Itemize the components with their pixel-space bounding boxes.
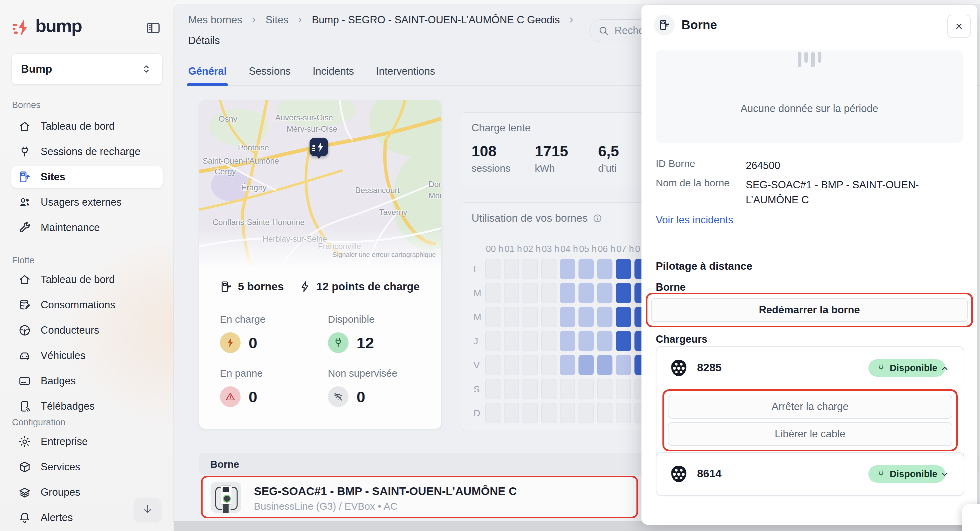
heatmap-cell[interactable] bbox=[597, 379, 612, 399]
heatmap-hour-label: 06 h bbox=[598, 244, 616, 254]
sidebar-item-label: Tableau de bord bbox=[41, 120, 115, 132]
heatmap-cell[interactable] bbox=[522, 355, 538, 375]
breadcrumb-item[interactable]: Sites bbox=[266, 14, 289, 26]
heatmap-cell[interactable] bbox=[485, 283, 501, 303]
heatmap-cell[interactable] bbox=[541, 307, 557, 327]
heatmap-cell[interactable] bbox=[522, 403, 538, 423]
status-non-supervis-e: Non supervisée0 bbox=[328, 368, 428, 407]
heatmap-cell[interactable] bbox=[541, 379, 557, 399]
heatmap-cell[interactable] bbox=[616, 283, 631, 303]
sidebar-item-sessions-de-recharge[interactable]: Sessions de recharge bbox=[11, 141, 162, 163]
sidebar-item-v-hicules[interactable]: Véhicules bbox=[11, 344, 162, 367]
heatmap-cell[interactable] bbox=[504, 403, 519, 423]
heatmap-cell[interactable] bbox=[616, 355, 631, 375]
heatmap-cell[interactable] bbox=[541, 331, 557, 351]
heatmap-cell[interactable] bbox=[560, 283, 575, 303]
heatmap-cell[interactable] bbox=[597, 307, 612, 327]
heatmap-cell[interactable] bbox=[616, 307, 631, 327]
sidebar-item-conducteurs[interactable]: Conducteurs bbox=[11, 319, 162, 341]
heatmap-cell[interactable] bbox=[616, 331, 631, 351]
heatmap-cell[interactable] bbox=[597, 259, 612, 279]
heatmap-cell[interactable] bbox=[522, 379, 538, 399]
heatmap-cell[interactable] bbox=[485, 355, 501, 375]
heatmap-cell[interactable] bbox=[522, 307, 538, 327]
map-attribution[interactable]: Signaler une erreur cartographique bbox=[332, 251, 436, 259]
info-icon[interactable] bbox=[592, 213, 603, 223]
tab-sessions[interactable]: Sessions bbox=[247, 65, 292, 85]
workspace-selector[interactable]: Bump bbox=[11, 53, 162, 85]
sidebar-item-tableau-de-bord[interactable]: Tableau de bord bbox=[11, 269, 162, 291]
chevron-up-icon[interactable] bbox=[939, 363, 950, 374]
heatmap-cell[interactable] bbox=[597, 283, 612, 303]
heatmap-cell[interactable] bbox=[504, 283, 519, 303]
charger-action-arr-ter-la-charge[interactable]: Arrêter la charge bbox=[668, 395, 952, 419]
breadcrumb-item[interactable]: Mes bornes bbox=[188, 14, 242, 26]
heatmap-cell[interactable] bbox=[541, 283, 557, 303]
heatmap-cell[interactable] bbox=[579, 283, 594, 303]
tab-général[interactable]: Général bbox=[187, 65, 228, 85]
heatmap-cell[interactable] bbox=[597, 355, 612, 375]
heatmap-cell[interactable] bbox=[522, 331, 538, 351]
sidebar-item-usagers-externes[interactable]: Usagers externes bbox=[11, 191, 162, 213]
heatmap-cell[interactable] bbox=[579, 403, 594, 423]
heatmap-cell[interactable] bbox=[504, 331, 519, 351]
floating-corner-widget[interactable] bbox=[962, 504, 980, 531]
heatmap-cell[interactable] bbox=[504, 259, 519, 279]
heatmap-cell[interactable] bbox=[560, 307, 575, 327]
sidebar-item-badges[interactable]: Badges bbox=[11, 370, 162, 392]
map-town-label: Saint-Ouen-l’Aumône bbox=[203, 156, 279, 166]
charger-action-lib-rer-le-cable[interactable]: Libérer le cable bbox=[668, 422, 952, 446]
heatmap-cell[interactable] bbox=[597, 403, 612, 423]
heatmap-cell[interactable] bbox=[541, 259, 557, 279]
charger-header[interactable]: 8614Disponible bbox=[657, 453, 964, 495]
sidebar-collapse-icon[interactable] bbox=[145, 20, 161, 36]
restart-borne-button[interactable]: Redémarrer la borne bbox=[651, 298, 968, 322]
heatmap-cell[interactable] bbox=[616, 403, 631, 423]
heatmap-cell[interactable] bbox=[616, 379, 631, 399]
sidebar-item-sites[interactable]: Sites bbox=[11, 166, 162, 188]
heatmap-cell[interactable] bbox=[616, 259, 631, 279]
heatmap-cell[interactable] bbox=[485, 259, 501, 279]
panel-icon-badge bbox=[654, 15, 675, 35]
charger-header[interactable]: 8285Disponible bbox=[657, 347, 964, 389]
site-map[interactable]: OsnyAuvers-sur-OiseMéry-sur-OisePontoise… bbox=[199, 100, 441, 269]
heatmap-cell[interactable] bbox=[560, 355, 575, 375]
plug-icon bbox=[877, 469, 886, 479]
sidebar-item-consommations[interactable]: Consommations bbox=[11, 294, 162, 316]
heatmap-cell[interactable] bbox=[579, 379, 594, 399]
heatmap-cell[interactable] bbox=[522, 283, 538, 303]
heatmap-cell[interactable] bbox=[560, 403, 575, 423]
sidebar-item-maintenance[interactable]: Maintenance bbox=[11, 217, 162, 239]
heatmap-cell[interactable] bbox=[485, 331, 501, 351]
breadcrumb-item[interactable]: Bump - SEGRO - SAINT-OUEN-L’AUMÔNE C Geo… bbox=[312, 14, 560, 26]
sidebar-scroll-down-button[interactable] bbox=[134, 498, 161, 521]
close-panel-button[interactable] bbox=[947, 15, 970, 38]
heatmap-cell[interactable] bbox=[560, 259, 575, 279]
heatmap-cell[interactable] bbox=[485, 307, 501, 327]
heatmap-cell[interactable] bbox=[485, 403, 501, 423]
heatmap-cell[interactable] bbox=[541, 355, 557, 375]
heatmap-cell[interactable] bbox=[541, 403, 557, 423]
sidebar-item-services[interactable]: Services bbox=[11, 456, 162, 478]
heatmap-cell[interactable] bbox=[579, 307, 594, 327]
heatmap-cell[interactable] bbox=[560, 379, 575, 399]
heatmap-cell[interactable] bbox=[579, 355, 594, 375]
incidents-link[interactable]: Voir les incidents bbox=[656, 214, 733, 226]
heatmap-cell[interactable] bbox=[504, 355, 519, 375]
borne-table-row[interactable]: SEG-SOAC#1 - BMP - SAINT-OUEN-L’AUMÔNE C… bbox=[203, 477, 636, 517]
heatmap-cell[interactable] bbox=[504, 307, 519, 327]
sidebar-item-entreprise[interactable]: Entreprise bbox=[11, 431, 162, 453]
heatmap-cell[interactable] bbox=[579, 331, 594, 351]
tab-interventions[interactable]: Interventions bbox=[375, 65, 436, 85]
heatmap-cell[interactable] bbox=[560, 331, 575, 351]
heatmap-cell[interactable] bbox=[522, 259, 538, 279]
sidebar-item-t-l-badges[interactable]: Télébadges bbox=[11, 395, 162, 417]
heatmap-cell[interactable] bbox=[579, 259, 594, 279]
heatmap-cell[interactable] bbox=[597, 331, 612, 351]
heatmap-cell[interactable] bbox=[485, 379, 501, 399]
tab-incidents[interactable]: Incidents bbox=[311, 65, 355, 85]
chevron-down-icon[interactable] bbox=[939, 469, 950, 480]
site-map-marker[interactable] bbox=[310, 138, 328, 156]
heatmap-cell[interactable] bbox=[504, 379, 519, 399]
sidebar-item-tableau-de-bord[interactable]: Tableau de bord bbox=[11, 115, 162, 137]
